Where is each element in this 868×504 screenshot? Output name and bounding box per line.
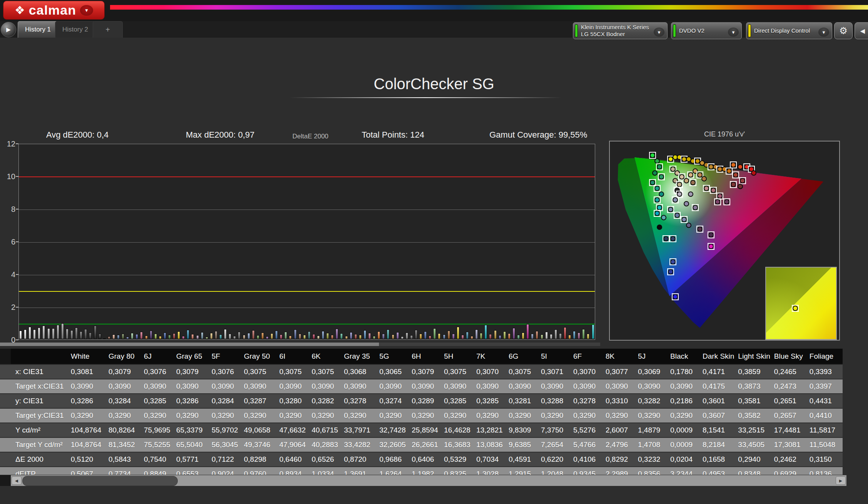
de2000-bar (289, 336, 292, 339)
de2000-bar (410, 335, 413, 339)
cie-measured-point (693, 205, 698, 210)
table-cell: 1,4708 (636, 437, 668, 452)
table-cell: 0,6406 (409, 452, 442, 467)
table-cell: 0,3601 (700, 394, 736, 408)
cie-measured-point (654, 186, 660, 191)
de2000-bar (122, 334, 124, 339)
table-scrollbar[interactable]: ◄ ► (0, 475, 868, 486)
scrollbar-thumb[interactable] (22, 476, 178, 486)
table-cell: 56,3045 (209, 437, 242, 452)
table-cell: 0,3290 (342, 408, 377, 423)
table-cell: 2,2989 (603, 467, 636, 475)
cie-measured-point (650, 153, 655, 158)
table-cell: 11,5817 (807, 423, 843, 437)
column-header: Dark Skin (700, 349, 736, 364)
y-tick-mark (16, 307, 18, 308)
column-header: 5H (442, 349, 474, 364)
table-cell: 33,4282 (342, 437, 377, 452)
table-cell: 0,3090 (603, 379, 636, 394)
table-cell: 1,3691 (342, 467, 377, 475)
table-cell: 0,6553 (174, 467, 209, 475)
de2000-bar (42, 326, 45, 339)
de2000-bar (503, 331, 506, 339)
table-cell: 0,3075 (506, 364, 539, 379)
table-cell: 33,7971 (342, 423, 377, 437)
table-cell: 7,2654 (539, 437, 571, 452)
column-header: 5J (636, 349, 668, 364)
scrollbar-left-arrow[interactable]: ◄ (12, 476, 22, 485)
stat-total-points: Total Points: 124 (362, 130, 424, 140)
de2000-bar (205, 337, 208, 339)
chevron-down-icon: ▼ (728, 28, 739, 37)
de2000-bar (336, 329, 338, 339)
de2000-bar (75, 328, 78, 339)
table-cell: 0,3290 (309, 408, 342, 423)
table-cell: 0,3284 (106, 394, 142, 408)
de2000-bar (159, 336, 162, 339)
de2000-bar (350, 332, 352, 339)
cie-measured-point (661, 215, 666, 220)
table-cell: 0,3075 (309, 364, 342, 379)
tab-history-1[interactable]: History 1 (18, 21, 58, 38)
table-row: Target y:CIE310,32900,32900,32900,32900,… (0, 408, 843, 423)
calman-logo-button[interactable]: ❖ calman ▼ (3, 1, 105, 20)
settings-button[interactable]: ⚙ (834, 22, 853, 39)
de2000-bar (499, 335, 501, 339)
de2000-bar (419, 334, 422, 339)
de2000-bar (512, 328, 515, 339)
label-column-header (11, 349, 68, 364)
chevron-down-icon: ▼ (654, 28, 664, 37)
de2000-bar (243, 335, 245, 339)
display-control-dropdown[interactable]: Direct Display Control ▼ (746, 22, 832, 39)
y-tick-label: 4 (2, 270, 15, 279)
table-cell: 0,4591 (506, 452, 539, 467)
de2000-bar (587, 334, 589, 339)
meter-subname: LG 55CX Bodner (581, 31, 649, 38)
de2000-bar (275, 331, 278, 339)
table-cell: 0,3284 (209, 394, 242, 408)
de2000-bar (33, 329, 36, 339)
table-cell: 0,3090 (68, 379, 106, 394)
workflow-nav-button[interactable]: ▶ (1, 22, 16, 37)
table-cell: 1,6264 (377, 467, 409, 475)
column-header: White (68, 349, 106, 364)
de2000-bar (364, 330, 366, 339)
logo-dropdown-icon[interactable]: ▼ (80, 5, 93, 16)
de2000-bar (541, 334, 543, 339)
de2000-bar (438, 333, 441, 339)
column-header: 7K (474, 349, 506, 364)
de2000-bar (424, 331, 427, 339)
scrollbar-track[interactable]: ◄ ► (11, 475, 846, 486)
row-handle (0, 452, 11, 467)
chart-scrollbar-thumb[interactable] (0, 343, 379, 346)
cie-measured-point (674, 213, 680, 218)
gear-icon: ⚙ (839, 25, 848, 36)
y-tick-label: 6 (2, 238, 15, 246)
scrollbar-right-arrow[interactable]: ► (836, 476, 846, 485)
row-label: y: CIE31 (11, 394, 68, 408)
table-cell: 0,3281 (506, 394, 539, 408)
de2000-bar (340, 333, 343, 339)
cie-measured-point (715, 199, 720, 205)
table-cell: 40,6715 (309, 423, 342, 437)
collapse-panel-button[interactable]: ◀ (855, 22, 868, 39)
table-cell: 80,8264 (106, 423, 142, 437)
table-cell: 0,5329 (442, 452, 474, 467)
chart-scrollbar[interactable] (0, 343, 600, 346)
tab-history-2[interactable]: History 2 (55, 21, 95, 38)
table-cell: 0,6220 (539, 452, 571, 467)
y-tick-mark (16, 339, 18, 340)
table-cell: 49,3746 (242, 437, 277, 452)
table-cell: 17,4481 (772, 423, 807, 437)
table-cell: 0,9760 (242, 467, 277, 475)
table-cell: 0,3290 (106, 408, 142, 423)
source-dropdown[interactable]: DVDO V2 ▼ (671, 22, 742, 39)
meter-dropdown[interactable]: Klein Instruments K Series LG 55CX Bodne… (573, 22, 668, 39)
scrollbar-corner (0, 475, 11, 486)
add-tab-button[interactable]: + (93, 21, 123, 38)
table-cell: 0,3090 (442, 379, 474, 394)
table-cell: 0,3090 (342, 379, 377, 394)
cie-measured-point (679, 174, 684, 180)
de2000-bar (387, 329, 389, 339)
table-cell: 8,1541 (700, 423, 736, 437)
